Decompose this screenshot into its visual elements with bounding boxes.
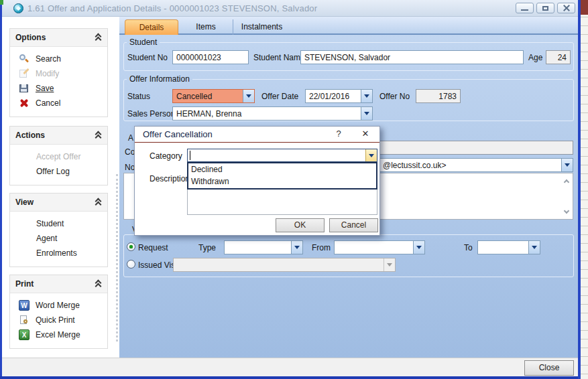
help-icon[interactable]: ? — [333, 129, 345, 139]
title-bar: 1.61 Offer and Application Details - 000… — [0, 0, 581, 17]
excel-icon: X — [19, 329, 30, 340]
visa-type-combo[interactable] — [224, 240, 303, 254]
chevron-down-icon[interactable] — [365, 149, 377, 161]
visa-from-combo[interactable] — [334, 240, 425, 254]
close-window-button[interactable] — [557, 3, 575, 13]
collapse-chevron-icon[interactable] — [95, 132, 102, 139]
visa-to-combo[interactable] — [477, 240, 540, 254]
collapse-chevron-icon[interactable] — [95, 199, 102, 206]
chevron-down-icon — [384, 258, 395, 271]
issued-visa-combo — [173, 258, 396, 272]
minimize-button[interactable] — [516, 3, 534, 13]
word-icon: W — [19, 300, 30, 311]
chevron-down-icon[interactable] — [561, 159, 573, 171]
offer-date-label: Offer Date — [261, 92, 298, 101]
request-label: Request — [138, 243, 168, 252]
chevron-down-icon[interactable] — [361, 90, 372, 102]
category-label: Category — [150, 151, 182, 161]
age-label: Age — [528, 53, 542, 62]
category-combo[interactable] — [187, 149, 377, 162]
sidebar-item-search[interactable]: Search — [10, 52, 107, 66]
status-combo[interactable]: Cancelled — [172, 89, 255, 103]
offer-no-label: Offer No — [379, 92, 410, 101]
offer-info-group-title: Offer Information — [127, 74, 192, 84]
student-group-title: Student — [127, 37, 160, 47]
window-border-bottom — [0, 376, 581, 379]
search-icon — [19, 54, 30, 64]
app-window: 1.61 Offer and Application Details - 000… — [0, 0, 581, 379]
window-border-left — [0, 0, 2, 379]
ok-button[interactable]: OK — [276, 218, 325, 232]
dropdown-option-withdrawn[interactable]: Withdrawn — [188, 175, 376, 187]
chevron-down-icon[interactable] — [291, 241, 302, 254]
sidebar-item-save[interactable]: Save — [10, 81, 107, 96]
options-panel: Options Search Modify Save Can — [9, 28, 108, 117]
from-label: From — [312, 243, 331, 252]
offer-no-field: 1783 — [416, 89, 461, 103]
tab-details[interactable]: Details — [125, 19, 178, 35]
cancel-icon — [19, 98, 30, 108]
app-icon — [13, 3, 23, 13]
tab-instalments[interactable]: Instalments — [233, 19, 290, 35]
offer-cancellation-dialog: Offer Cancellation ? ✕ Category Descript… — [134, 126, 380, 236]
dialog-close-icon[interactable]: ✕ — [359, 129, 371, 139]
tab-items[interactable]: Items — [179, 19, 233, 35]
print-panel-header[interactable]: Print — [10, 275, 107, 293]
type-label: Type — [198, 243, 216, 252]
print-panel: Print W Word Merge Quick Print X Excel M… — [9, 275, 108, 349]
dropdown-option-declined[interactable]: Declined — [188, 163, 376, 175]
sidebar-item-excel-merge[interactable]: X Excel Merge — [10, 327, 107, 342]
background-window-sliver-top — [581, 0, 588, 15]
request-radio[interactable] — [127, 242, 135, 251]
scroll-up-icon[interactable] — [564, 179, 570, 185]
sidebar-item-student[interactable]: Student — [10, 216, 107, 231]
sales-person-label: Sales Person — [127, 109, 175, 119]
status-label: Status — [127, 92, 150, 101]
chevron-down-icon[interactable] — [413, 241, 424, 254]
print-icon — [19, 315, 30, 325]
chevron-down-icon[interactable] — [528, 241, 540, 254]
view-panel: View Student Agent Enrolments — [9, 193, 108, 267]
sales-person-combo[interactable]: HERMAN, Brenna — [172, 106, 373, 121]
description-label: Description — [150, 174, 190, 183]
close-button[interactable]: Close — [524, 360, 574, 376]
cancel-button[interactable]: Cancel — [329, 218, 378, 232]
modify-icon — [19, 68, 30, 79]
sidebar-item-enrolments[interactable]: Enrolments — [10, 246, 107, 260]
collapse-chevron-icon[interactable] — [95, 281, 102, 287]
save-icon — [19, 83, 30, 94]
to-label: To — [464, 243, 473, 252]
view-panel-header[interactable]: View — [10, 194, 107, 212]
age-field: 24 — [546, 50, 571, 64]
actions-panel: Actions Accept Offer Offer Log — [9, 126, 108, 185]
student-no-input[interactable]: 0000001023 — [172, 50, 249, 64]
student-no-label: Student No — [127, 53, 168, 62]
student-name-input[interactable]: STEVENSON, Salvador — [300, 50, 524, 64]
issued-visa-radio[interactable] — [127, 260, 135, 269]
category-dropdown-list: Declined Withdrawn — [187, 162, 377, 190]
sidebar-item-accept-offer: Accept Offer — [10, 149, 107, 164]
tab-strip: Details Items Instalments — [119, 17, 578, 35]
sidebar-item-quick-print[interactable]: Quick Print — [10, 313, 107, 327]
chevron-down-icon[interactable] — [243, 90, 254, 102]
window-title: 1.61 Offer and Application Details - 000… — [27, 3, 317, 13]
chevron-down-icon[interactable] — [361, 107, 372, 120]
sidebar-splitter[interactable] — [116, 174, 118, 342]
footer-bar: Close — [2, 358, 578, 376]
scroll-down-icon[interactable] — [564, 208, 570, 214]
application-section-fragment: A — [128, 133, 133, 143]
maximize-button[interactable] — [536, 3, 554, 13]
sidebar-item-agent[interactable]: Agent — [10, 231, 107, 246]
sidebar-item-modify: Modify — [10, 66, 107, 81]
offer-date-combo[interactable]: 22/01/2016 — [305, 89, 373, 103]
student-name-label: Student Name — [253, 53, 305, 62]
sidebar-item-offer-log[interactable]: Offer Log — [10, 164, 107, 179]
options-panel-header[interactable]: Options — [10, 29, 107, 47]
collapse-chevron-icon[interactable] — [95, 34, 102, 41]
background-window-corner — [0, 0, 3, 5]
dialog-title-rule — [135, 142, 379, 143]
sidebar: Options Search Modify Save Can — [2, 17, 119, 358]
sidebar-item-cancel[interactable]: Cancel — [10, 96, 107, 110]
actions-panel-header[interactable]: Actions — [10, 127, 107, 145]
sidebar-item-word-merge[interactable]: W Word Merge — [10, 298, 107, 313]
